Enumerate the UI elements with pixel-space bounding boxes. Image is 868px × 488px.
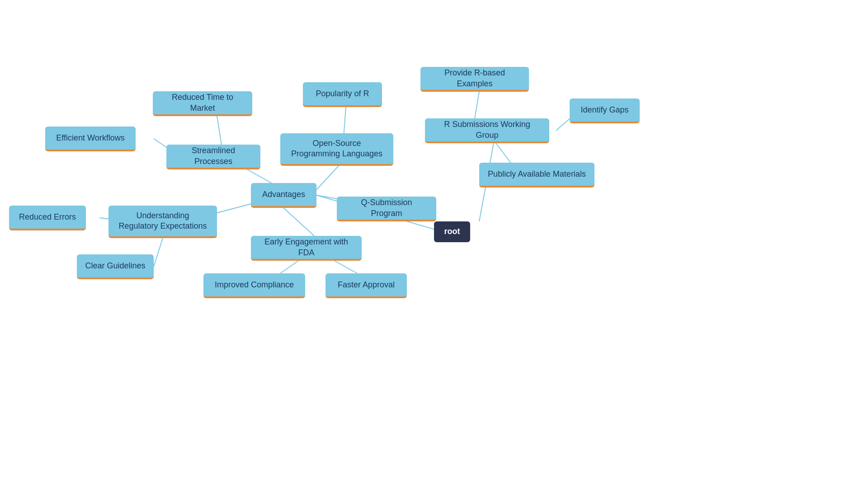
svg-line-14 (475, 92, 479, 118)
node-open-source[interactable]: Open-Source Programming Languages (280, 133, 393, 166)
svg-line-6 (154, 238, 163, 267)
node-r-submissions[interactable]: R Submissions Working Group (425, 118, 549, 143)
node-root[interactable]: root (434, 221, 470, 242)
node-q-submission[interactable]: Q-Submission Program (337, 197, 436, 221)
svg-line-10 (280, 261, 298, 273)
svg-line-9 (283, 208, 314, 236)
node-early-engagement[interactable]: Early Engagement with FDA (251, 236, 362, 261)
node-publicly-available[interactable]: Publicly Available Materials (479, 163, 594, 188)
node-efficient[interactable]: Efficient Workflows (45, 127, 136, 151)
node-understanding[interactable]: Understanding Regulatory Expectations (108, 206, 217, 238)
node-advantages[interactable]: Advantages (251, 183, 316, 208)
node-provide-examples[interactable]: Provide R-based Examples (420, 67, 529, 92)
node-clear-guidelines[interactable]: Clear Guidelines (77, 254, 154, 279)
node-identify-gaps[interactable]: Identify Gaps (570, 99, 640, 123)
node-popularity[interactable]: Popularity of R (303, 82, 382, 107)
svg-line-2 (217, 116, 222, 145)
node-improved-compliance[interactable]: Improved Compliance (203, 273, 305, 298)
node-streamlined[interactable]: Streamlined Processes (166, 145, 260, 169)
svg-line-11 (335, 261, 357, 273)
node-faster-approval[interactable]: Faster Approval (326, 273, 407, 298)
node-reduced-time[interactable]: Reduced Time to Market (153, 91, 252, 116)
node-reduced-errors[interactable]: Reduced Errors (9, 206, 86, 230)
